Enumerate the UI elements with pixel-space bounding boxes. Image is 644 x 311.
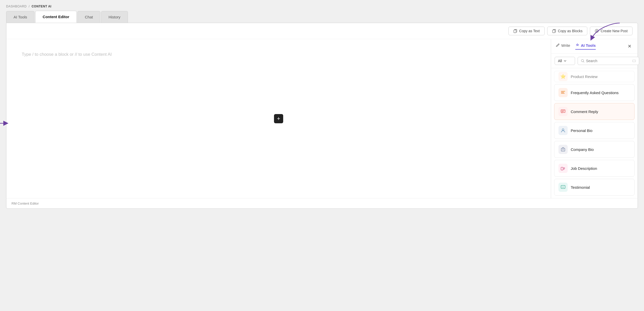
breadcrumb-current: CONTENT AI — [32, 5, 52, 8]
product-review-icon: ⭐ — [558, 72, 568, 81]
main-panel: Copy as Text Copy as Blocks Create New P… — [6, 23, 638, 209]
copy-icon — [513, 29, 517, 33]
job-description-name: Job Description — [571, 166, 597, 171]
svg-rect-13 — [562, 149, 563, 150]
tabs-bar: AI Tools Content Editor Chat History — [0, 11, 644, 23]
create-new-post-button[interactable]: Create New Post — [590, 27, 633, 35]
tab-chat[interactable]: Chat — [77, 11, 100, 23]
ai-sidebar-filter: All / — [551, 54, 638, 68]
breadcrumb-dashboard[interactable]: DASHBOARD — [6, 5, 27, 8]
search-shortcut-icon: / — [632, 59, 636, 63]
product-review-name: Product Review — [571, 74, 598, 79]
tool-card-product-review[interactable]: ⭐ Product Review — [554, 71, 635, 82]
company-bio-icon — [558, 145, 568, 154]
svg-rect-8 — [561, 93, 565, 94]
ai-sidebar-tabs: Write AI Tools — [556, 43, 596, 50]
editor-toolbar: Copy as Text Copy as Blocks Create New P… — [6, 23, 638, 39]
company-bio-name: Company Bio — [571, 147, 594, 152]
breadcrumb: DASHBOARD / CONTENT AI — [0, 0, 644, 11]
editor-placeholder: Type / to choose a block or // to use Co… — [22, 52, 112, 57]
copy-as-text-button[interactable]: Copy as Text — [508, 27, 545, 35]
tool-card-faq[interactable]: Frequently Asked Questions — [554, 84, 635, 101]
tool-card-personal-bio[interactable]: Personal Bio — [554, 122, 635, 139]
breadcrumb-separator: / — [29, 5, 29, 8]
editor-footer: RM Content Editor — [6, 198, 638, 208]
svg-rect-0 — [514, 30, 516, 33]
ai-tools-list: ⭐ Product Review Frequently Asked Questi… — [551, 68, 638, 198]
job-description-icon — [558, 164, 568, 173]
comment-reply-icon — [558, 107, 568, 116]
svg-rect-7 — [561, 92, 564, 93]
search-box[interactable]: / — [578, 57, 639, 65]
ai-sidebar-header: Write AI Tools ✕ — [551, 39, 638, 54]
personal-bio-name: Personal Bio — [571, 128, 592, 133]
tab-ai-tools[interactable]: AI Tools — [6, 11, 34, 23]
tool-card-job-description[interactable]: Job Description — [554, 160, 635, 177]
search-icon — [581, 59, 585, 63]
personal-bio-icon — [558, 126, 568, 135]
add-block-button[interactable]: + — [274, 114, 283, 123]
svg-rect-16 — [561, 185, 565, 188]
search-input[interactable] — [586, 59, 631, 63]
tab-history[interactable]: History — [101, 11, 128, 23]
chevron-down-icon — [564, 59, 567, 62]
editor-body: Type / to choose a block or // to use Co… — [6, 39, 638, 198]
svg-rect-12 — [561, 148, 565, 151]
ai-tools-icon — [575, 43, 579, 47]
ai-sidebar: Write AI Tools ✕ All — [551, 39, 638, 198]
write-icon — [556, 43, 560, 47]
svg-point-9 — [564, 91, 565, 92]
svg-text:/: / — [634, 60, 634, 62]
filter-dropdown[interactable]: All — [555, 57, 575, 65]
copy-as-blocks-button[interactable]: Copy as Blocks — [547, 27, 587, 35]
close-sidebar-button[interactable]: ✕ — [626, 43, 633, 50]
svg-rect-10 — [561, 110, 565, 113]
tool-card-company-bio[interactable]: Company Bio — [554, 141, 635, 158]
faq-icon — [558, 88, 568, 97]
comment-reply-name: Comment Reply — [571, 109, 598, 114]
svg-point-11 — [562, 129, 564, 131]
create-post-icon — [595, 29, 599, 33]
svg-rect-15 — [561, 167, 563, 170]
tool-card-testimonial[interactable]: Testimonial — [554, 179, 635, 196]
svg-rect-14 — [563, 149, 564, 150]
svg-rect-1 — [553, 30, 555, 33]
editor-content-area[interactable]: Type / to choose a block or // to use Co… — [6, 39, 551, 198]
copy-blocks-icon — [552, 29, 556, 33]
write-tab[interactable]: Write — [556, 43, 570, 50]
ai-tools-tab[interactable]: AI Tools — [575, 43, 596, 50]
testimonial-icon — [558, 183, 568, 192]
testimonial-name: Testimonial — [571, 185, 590, 190]
tool-card-comment-reply[interactable]: Comment Reply — [554, 103, 635, 120]
faq-name: Frequently Asked Questions — [571, 91, 619, 95]
tab-content-editor[interactable]: Content Editor — [35, 11, 77, 23]
